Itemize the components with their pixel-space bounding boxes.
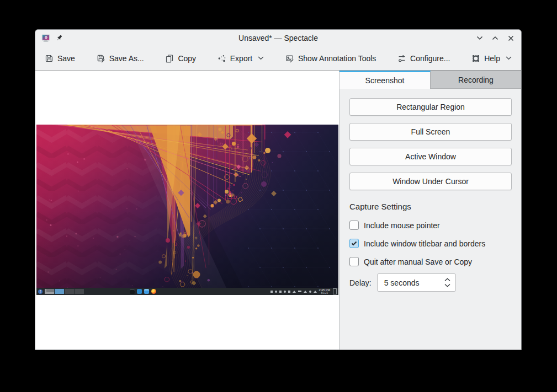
save-icon	[45, 54, 54, 63]
help-label: Help	[484, 54, 500, 63]
pager-desktop	[65, 289, 74, 294]
preview-pane: f	[35, 71, 339, 350]
tray-icon	[288, 291, 290, 293]
tab-screenshot[interactable]: Screenshot	[339, 71, 431, 89]
spin-down-icon[interactable]	[444, 283, 450, 287]
include-titlebar-checkbox[interactable]	[349, 239, 359, 248]
tray-icon	[270, 291, 273, 293]
help-menu-chevron-down-icon[interactable]	[506, 56, 512, 60]
copy-button[interactable]: Copy	[165, 54, 196, 63]
rectangular-region-button[interactable]: Rectangular Region	[349, 98, 512, 116]
tray-icon	[279, 291, 282, 293]
delay-row: Delay: 5 seconds	[349, 273, 512, 292]
app-icon	[137, 289, 142, 294]
minimize-button[interactable]	[475, 34, 484, 42]
export-button[interactable]: Export	[218, 54, 264, 63]
include-titlebar-label[interactable]: Include window titlebar and borders	[364, 239, 485, 248]
tray-icon	[275, 291, 277, 293]
save-label: Save	[57, 54, 75, 63]
preview-taskbar: f	[36, 288, 338, 295]
side-panel: Screenshot Recording Rectangular Region …	[339, 71, 521, 350]
annotation-icon	[285, 54, 294, 63]
save-as-icon	[97, 54, 105, 63]
spin-up-icon[interactable]	[444, 278, 450, 282]
show-annotation-tools-label: Show Annotation Tools	[298, 54, 376, 63]
firefox-icon	[151, 289, 156, 294]
pin-icon[interactable]	[55, 34, 63, 42]
clock: 2:45 PM 8/1/23	[319, 288, 330, 294]
configure-button[interactable]: Configure...	[397, 54, 450, 63]
pager-desktop	[55, 289, 64, 294]
screenshot-preview: f	[36, 125, 338, 295]
quit-after-save-checkbox[interactable]	[349, 257, 359, 266]
help-button[interactable]: Help	[471, 54, 512, 63]
titlebar[interactable]: Unsaved* — Spectacle	[35, 30, 521, 46]
app-launcher-icon: f	[38, 289, 43, 294]
wallpaper-image	[36, 125, 338, 295]
pager-desktop	[75, 289, 84, 294]
save-as-label: Save As...	[109, 54, 144, 63]
save-button[interactable]: Save	[45, 54, 75, 63]
window-title: Unsaved* — Spectacle	[35, 34, 521, 42]
pager-desktop	[45, 289, 54, 294]
delay-label: Delay:	[349, 278, 372, 287]
tray-icon	[309, 291, 311, 293]
quit-after-save-label[interactable]: Quit after manual Save or Copy	[364, 257, 472, 266]
tabbar: Screenshot Recording	[339, 71, 521, 89]
spectacle-window: Unsaved* — Spectacle Save	[35, 29, 522, 350]
configure-label: Configure...	[410, 54, 450, 63]
include-titlebar-row: Include window titlebar and borders	[349, 239, 512, 248]
terminal-icon	[130, 289, 135, 294]
show-annotation-tools-button[interactable]: Show Annotation Tools	[285, 54, 376, 63]
export-label: Export	[230, 54, 252, 63]
tray-icon	[314, 291, 317, 293]
window-under-cursor-button[interactable]: Window Under Cursor	[349, 173, 512, 190]
clock-date: 8/1/23	[319, 292, 330, 294]
virtual-desktop-pager	[45, 289, 84, 294]
toolbar: Save Save As... Copy	[35, 46, 521, 71]
tray-icon	[304, 291, 307, 293]
save-as-button[interactable]: Save As...	[97, 54, 144, 63]
close-button[interactable]	[506, 34, 515, 42]
help-icon	[471, 54, 480, 63]
tray-icon	[284, 291, 286, 293]
copy-label: Copy	[178, 54, 196, 63]
active-window-button[interactable]: Active Window	[349, 148, 512, 165]
include-mouse-pointer-checkbox[interactable]	[349, 221, 359, 230]
maximize-button[interactable]	[491, 34, 500, 42]
copy-icon	[165, 54, 174, 63]
export-icon	[218, 54, 226, 63]
show-desktop-button	[333, 288, 337, 294]
tab-recording[interactable]: Recording	[431, 71, 521, 89]
tray-icon	[298, 291, 301, 292]
include-mouse-pointer-label[interactable]: Include mouse pointer	[364, 221, 440, 230]
delay-value[interactable]: 5 seconds	[384, 278, 444, 287]
spectacle-app-icon	[41, 34, 50, 42]
tray-icon	[293, 291, 296, 293]
system-tray	[270, 291, 317, 293]
file-manager-icon	[144, 289, 149, 294]
delay-spinbox[interactable]: 5 seconds	[377, 273, 456, 292]
quit-after-save-row: Quit after manual Save or Copy	[349, 257, 512, 266]
configure-icon	[397, 54, 406, 63]
include-mouse-pointer-row: Include mouse pointer	[349, 221, 512, 230]
capture-settings-heading: Capture Settings	[349, 202, 512, 211]
export-menu-chevron-down-icon[interactable]	[258, 56, 264, 60]
full-screen-button[interactable]: Full Screen	[349, 123, 512, 141]
